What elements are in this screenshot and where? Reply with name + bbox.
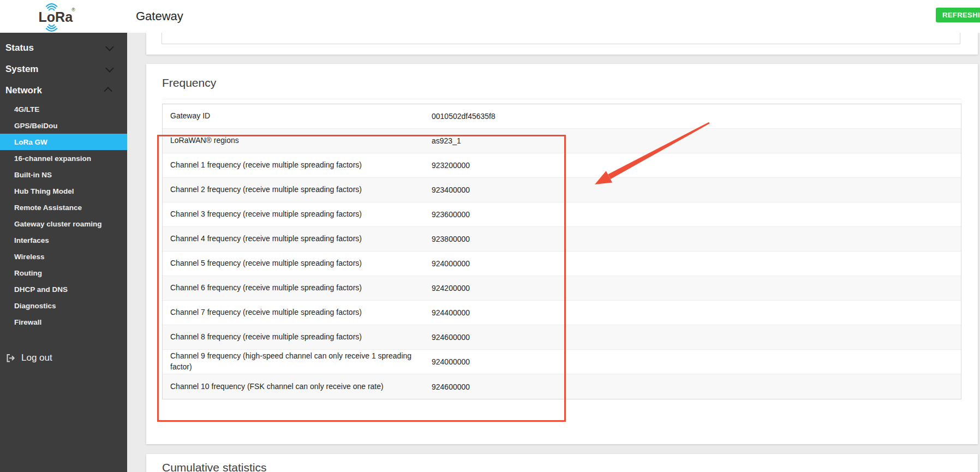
row-label: Channel 1 frequency (receive multiple sp… — [170, 160, 432, 171]
sidebar-item-label: Hub Thing Model — [14, 187, 74, 195]
row-value: 924200000 — [432, 284, 953, 292]
table-row: Channel 10 frequency (FSK channel can on… — [163, 374, 961, 399]
row-label: Channel 3 frequency (receive multiple sp… — [170, 209, 432, 220]
sidebar-item-label: GPS/BeiDou — [14, 122, 58, 130]
table-row: Channel 2 frequency (receive multiple sp… — [163, 178, 961, 202]
sidebar-section-network[interactable]: Network — [0, 80, 127, 101]
sidebar-section-label: Status — [5, 43, 34, 53]
row-value: 924600000 — [432, 333, 953, 342]
row-value: 923600000 — [432, 210, 953, 219]
row-value: 924600000 — [432, 383, 953, 391]
sidebar-item[interactable]: LoRa GW — [0, 134, 127, 150]
sidebar: Status System Network 4G/LTE GPS/BeiDou … — [0, 33, 127, 472]
sidebar-item[interactable]: Wireless — [0, 248, 127, 265]
sidebar-item-label: Diagnostics — [14, 302, 56, 310]
sidebar-item[interactable]: 16-channel expansion — [0, 150, 127, 166]
sidebar-item-label: Routing — [14, 269, 42, 277]
frequency-section-title: Frequency — [146, 64, 978, 89]
sidebar-section-label: Network — [5, 85, 42, 96]
row-label: Gateway ID — [170, 111, 432, 122]
cumulative-statistics-card: Cumulative statistics — [146, 454, 978, 472]
row-label: Channel 8 frequency (receive multiple sp… — [170, 332, 432, 343]
sidebar-item[interactable]: Firewall — [0, 314, 127, 330]
row-label: Channel 6 frequency (receive multiple sp… — [170, 283, 432, 294]
sidebar-item[interactable]: Interfaces — [0, 232, 127, 248]
sidebar-item[interactable]: Routing — [0, 265, 127, 281]
table-row: Channel 8 frequency (receive multiple sp… — [163, 325, 961, 350]
row-value: 923400000 — [432, 186, 953, 194]
frequency-card: Frequency Gateway ID 0010502df45635f8 Lo… — [146, 64, 978, 444]
row-value: as923_1 — [432, 136, 953, 145]
table-row: Channel 5 frequency (receive multiple sp… — [163, 252, 961, 276]
main-content: Frequency Gateway ID 0010502df45635f8 Lo… — [127, 33, 980, 472]
sidebar-section-label: System — [5, 64, 38, 75]
sidebar-item-label: Firewall — [14, 318, 41, 326]
row-label: Channel 5 frequency (receive multiple sp… — [170, 258, 432, 269]
sidebar-item-label: Wireless — [14, 253, 44, 261]
table-row: Channel 7 frequency (receive multiple sp… — [163, 301, 961, 325]
row-value: 923800000 — [432, 235, 953, 243]
chevron-down-icon — [105, 43, 114, 51]
row-value: 924000000 — [432, 259, 953, 268]
sidebar-item[interactable]: Gateway cluster roaming — [0, 216, 127, 232]
svg-text:LoRa: LoRa — [38, 9, 73, 25]
page-title: Gateway — [136, 0, 183, 33]
previous-section-card-partial — [146, 33, 978, 55]
lora-logo: LoRa ® — [35, 2, 84, 32]
table-row: Channel 1 frequency (receive multiple sp… — [163, 153, 961, 178]
row-value: 923200000 — [432, 161, 953, 170]
lora-logo-icon: LoRa ® — [35, 2, 84, 32]
logout-button[interactable]: Log out — [0, 348, 127, 368]
row-label: Channel 10 frequency (FSK channel can on… — [170, 381, 432, 392]
table-row: Gateway ID 0010502df45635f8 — [163, 104, 961, 129]
table-row: Channel 9 frequency (high-speed channel … — [163, 350, 961, 374]
logout-icon — [5, 353, 16, 363]
row-label: LoRaWAN® regions — [170, 135, 432, 146]
row-value: 924000000 — [432, 357, 953, 366]
sidebar-item-label: Interfaces — [14, 236, 49, 244]
sidebar-item[interactable]: DHCP and DNS — [0, 281, 127, 297]
row-label: Channel 9 frequency (high-speed channel … — [170, 351, 432, 372]
heading-divider — [162, 99, 961, 99]
sidebar-item[interactable]: GPS/BeiDou — [0, 117, 127, 134]
sidebar-item-label: Remote Assistance — [14, 204, 82, 212]
network-submenu: 4G/LTE GPS/BeiDou LoRa GW 16-channel exp… — [0, 101, 127, 330]
table-row: Channel 4 frequency (receive multiple sp… — [163, 227, 961, 252]
sidebar-item[interactable]: Hub Thing Model — [0, 183, 127, 199]
cumulative-section-title: Cumulative statistics — [146, 454, 978, 472]
sidebar-item[interactable]: Remote Assistance — [0, 199, 127, 216]
row-value: 924400000 — [432, 308, 953, 317]
sidebar-item[interactable]: Diagnostics — [0, 297, 127, 314]
chevron-up-icon — [104, 87, 112, 95]
row-label: Channel 7 frequency (receive multiple sp… — [170, 307, 432, 318]
row-value: 0010502df45635f8 — [432, 112, 953, 121]
sidebar-item[interactable]: Built-in NS — [0, 166, 127, 183]
table-row: Channel 3 frequency (receive multiple sp… — [163, 202, 961, 227]
table-row: LoRaWAN® regions as923_1 — [163, 129, 961, 153]
sidebar-item[interactable]: 4G/LTE — [0, 101, 127, 117]
chevron-down-icon — [105, 64, 114, 73]
sidebar-item-label: LoRa GW — [14, 138, 47, 146]
sidebar-item-label: 16-channel expansion — [14, 154, 91, 163]
sidebar-item-label: Built-in NS — [14, 171, 52, 179]
refresh-button[interactable]: REFRESHING — [936, 8, 980, 22]
sidebar-section-system[interactable]: System — [0, 58, 127, 80]
input-field-remnant — [162, 33, 960, 44]
table-row: Channel 6 frequency (receive multiple sp… — [163, 276, 961, 301]
sidebar-item-label: Gateway cluster roaming — [14, 220, 102, 228]
sidebar-item-label: DHCP and DNS — [14, 285, 68, 294]
logout-label: Log out — [21, 352, 52, 363]
row-label: Channel 4 frequency (receive multiple sp… — [170, 234, 432, 244]
app-header: LoRa ® Gateway REFRESHING — [0, 0, 980, 33]
row-label: Channel 2 frequency (receive multiple sp… — [170, 184, 432, 195]
sidebar-section-status[interactable]: Status — [0, 37, 127, 58]
svg-text:®: ® — [71, 7, 75, 13]
frequency-table: Gateway ID 0010502df45635f8 LoRaWAN® reg… — [162, 104, 961, 399]
sidebar-item-label: 4G/LTE — [14, 105, 39, 113]
